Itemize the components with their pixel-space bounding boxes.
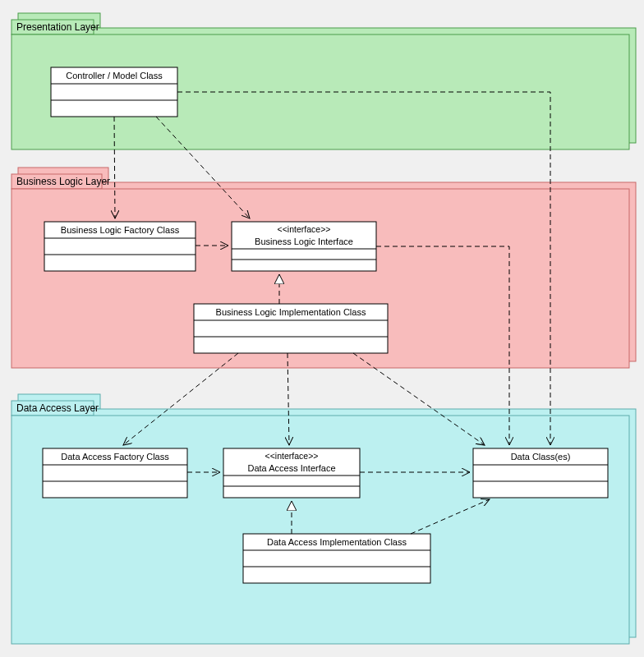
bl-interface-class: <<interface>> Business Logic Interface — [232, 222, 376, 271]
da-impl-class: Data Access Implementation Class — [243, 534, 430, 583]
presentation-layer-title: Presentation Layer — [16, 21, 99, 33]
bl-interface-stereotype: <<interface>> — [278, 224, 331, 234]
da-interface-class: <<interface>> Data Access Interface — [223, 448, 360, 498]
data-layer-title: Data Access Layer — [16, 402, 99, 414]
controller-class: Controller / Model Class — [51, 67, 177, 117]
da-factory-name: Data Access Factory Class — [61, 452, 169, 462]
controller-class-name: Controller / Model Class — [66, 71, 163, 80]
da-impl-name: Data Access Implementation Class — [267, 537, 407, 547]
data-classes-name: Data Class(es) — [511, 452, 571, 462]
data-classes-class: Data Class(es) — [473, 448, 608, 498]
bl-factory-name: Business Logic Factory Class — [61, 225, 180, 235]
bl-factory-class: Business Logic Factory Class — [44, 222, 196, 271]
da-factory-class: Data Access Factory Class — [43, 448, 187, 498]
uml-diagram: Presentation Layer Business Logic Layer … — [0, 0, 644, 657]
da-interface-name: Data Access Interface — [248, 463, 336, 473]
bl-impl-name: Business Logic Implementation Class — [216, 307, 366, 317]
data-layer: Data Access Layer — [12, 394, 636, 644]
da-interface-stereotype: <<interface>> — [265, 451, 319, 461]
bl-interface-name: Business Logic Interface — [255, 237, 353, 246]
business-layer-title: Business Logic Layer — [16, 176, 110, 187]
bl-impl-class: Business Logic Implementation Class — [194, 304, 388, 353]
